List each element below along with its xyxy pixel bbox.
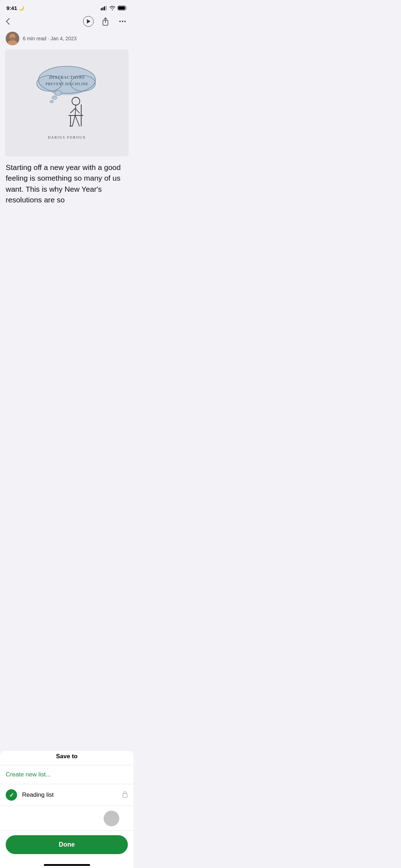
illustration: DISTRACTIONS PREVENT DISCIPLINE (5, 50, 129, 156)
article-image: DISTRACTIONS PREVENT DISCIPLINE (5, 50, 129, 156)
status-time: 9:41 🌙 (6, 5, 24, 11)
svg-rect-5 (118, 6, 125, 10)
battery-icon (118, 6, 127, 10)
back-button[interactable] (6, 18, 17, 25)
dot-2 (122, 21, 123, 22)
svg-point-9 (11, 37, 14, 39)
share-button[interactable] (100, 16, 111, 27)
svg-line-29 (75, 105, 76, 115)
svg-rect-2 (104, 6, 105, 10)
dot-1 (119, 21, 121, 22)
status-icons (101, 6, 127, 10)
play-button[interactable] (83, 16, 94, 27)
svg-line-33 (75, 115, 79, 126)
status-bar: 9:41 🌙 (0, 0, 134, 13)
more-button[interactable] (117, 16, 128, 27)
dot-3 (124, 21, 126, 22)
article-meta: 6 min read · Jan 4, 2023 (0, 30, 134, 50)
svg-rect-1 (103, 7, 104, 11)
author-avatar (6, 32, 19, 45)
moon-icon: 🌙 (19, 5, 24, 11)
article-text-preview: Starting off a new year with a good feel… (0, 156, 134, 206)
svg-rect-3 (106, 6, 107, 10)
svg-text:PREVENT DISCIPLINE: PREVENT DISCIPLINE (46, 82, 88, 86)
svg-rect-0 (101, 8, 102, 10)
svg-point-28 (72, 97, 80, 105)
illustration-svg: DISTRACTIONS PREVENT DISCIPLINE (21, 60, 113, 146)
svg-point-22 (50, 100, 53, 103)
svg-line-32 (72, 115, 75, 126)
svg-text:DARIUS FOROUX: DARIUS FOROUX (48, 135, 86, 139)
signal-icon (101, 6, 107, 10)
nav-bar (0, 13, 134, 30)
svg-point-21 (52, 96, 57, 99)
wifi-icon (109, 6, 115, 10)
svg-point-20 (54, 91, 62, 95)
svg-line-30 (71, 108, 75, 113)
svg-text:DISTRACTIONS: DISTRACTIONS (48, 74, 84, 80)
article-info: 6 min read · Jan 4, 2023 (23, 36, 77, 41)
nav-actions (83, 16, 128, 27)
